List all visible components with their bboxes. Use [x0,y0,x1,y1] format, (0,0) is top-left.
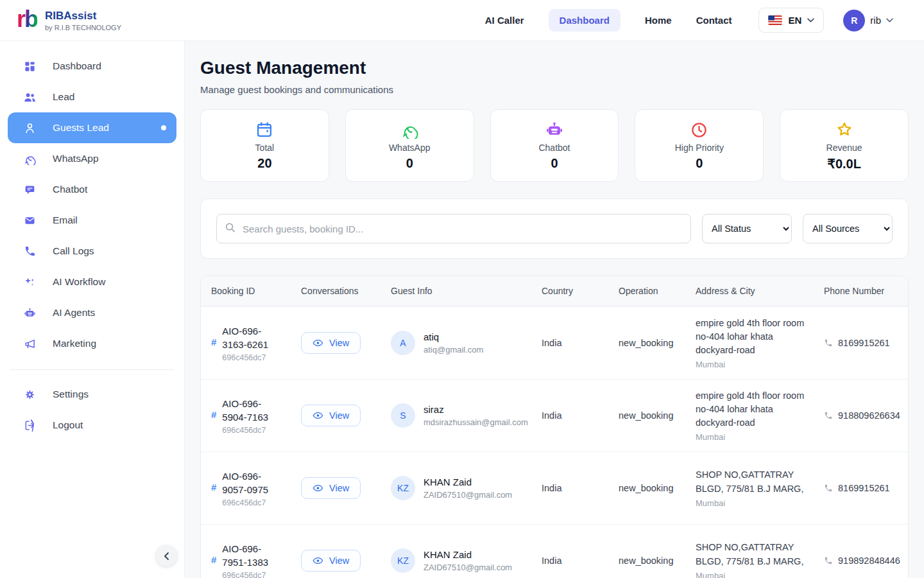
sidebar-item-label: WhatsApp [53,153,99,164]
eye-icon [312,484,323,493]
guest-name: KHAN Zaid [424,549,512,560]
guest-name: atiq [424,331,483,342]
sidebar-item-ai-workflow[interactable]: AI Workflow [0,267,184,297]
sidebar-divider [10,369,174,370]
guest-city: Mumbai [696,498,809,508]
sidebar-item-label: Logout [53,419,83,431]
hash-icon: # [211,469,216,493]
chevron-down-icon [886,18,893,22]
guest-email: ZAID67510@gmail.com [424,490,512,500]
guest-city: Mumbai [696,360,809,369]
guest-name: siraz [424,404,528,415]
guest-phone: 919892848446 [838,556,900,566]
eye-icon [312,556,323,565]
stat-card-total: Total 20 [200,109,329,182]
sidebar-item-guests-lead[interactable]: Guests Lead [8,112,176,143]
sidebar-item-ai-agents[interactable]: AI Agents [0,297,184,328]
source-filter-select[interactable]: All Sources [803,214,893,243]
sparkles-icon [24,276,36,288]
sidebar-item-label: AI Workflow [53,276,105,288]
guest-address: SHOP NO,GATTATRAY BLGD, 775/81 B.J MARG, [696,468,809,495]
view-button[interactable]: View [301,332,361,354]
logout-icon [24,419,36,432]
table-row: # AIO-696-3163-6261 696c456dc7 View A [201,306,908,379]
status-filter-select[interactable]: All Status [702,214,792,243]
chat-icon [24,184,36,196]
brand-tagline: by R.I.B TECHNOLOGY [45,24,121,31]
guest-avatar: KZ [391,548,415,573]
column-header: Address & City [685,276,814,306]
sidebar-item-lead[interactable]: Lead [0,82,184,112]
sidebar-item-label: Email [53,215,78,226]
column-header: Phone Number [814,276,909,306]
sidebar-item-email[interactable]: Email [0,205,184,236]
sidebar-item-label: Dashboard [53,60,101,72]
language-selector[interactable]: EN [758,8,824,33]
column-header: Booking ID [201,276,291,306]
stat-value: 0 [696,156,703,171]
hash-icon: # [211,324,216,347]
chevron-left-icon [164,552,169,560]
sidebar-item-label: Settings [53,389,89,400]
stat-card-whatsapp: WhatsApp 0 [345,109,474,182]
page-subtitle: Manage guest bookings and communications [200,84,909,95]
table-row: # AIO-696-5904-7163 696c456dc7 View S [201,379,908,451]
booking-id: AIO-696-5904-7163 [222,397,276,424]
eye-icon [312,411,323,420]
stat-card-high-priority: High Priority 0 [635,109,764,182]
guest-name: KHAN Zaid [424,477,512,487]
stat-value: 0 [551,156,558,171]
stat-label: Total [255,143,275,153]
nav-home[interactable]: Home [645,15,672,26]
table-header-row: Booking ID Conversations Guest Info Coun… [201,276,908,306]
megaphone-icon [24,338,36,350]
brand: rb RIBAssist by R.I.B TECHNOLOGY [17,8,121,33]
booking-ref: 696c456dc7 [222,426,276,435]
phone-icon [824,484,833,493]
phone-icon [24,245,36,258]
column-header: Operation [608,276,685,306]
booking-ref: 696c456dc7 [222,353,276,362]
main-content: Guest Management Manage guest bookings a… [185,41,924,578]
sidebar-item-settings[interactable]: Settings [0,379,184,410]
booking-id: AIO-696-3163-6261 [222,324,276,351]
sidebar-item-dashboard[interactable]: Dashboard [0,51,184,82]
guest-email: atiq@gmail.com [424,345,483,355]
guest-address: SHOP NO,GATTATRAY BLGD, 775/81 B.J MARG, [696,541,809,568]
nav-contact[interactable]: Contact [696,15,732,26]
booking-ref: 696c456dc7 [222,498,276,507]
page-title: Guest Management [200,58,909,78]
nav-dashboard[interactable]: Dashboard [549,9,620,31]
us-flag-icon [768,15,782,25]
sidebar-item-whatsapp[interactable]: WhatsApp [0,143,184,174]
stat-label: High Priority [675,143,724,153]
guest-email: ZAID67510@gmail.com [424,563,512,572]
view-button[interactable]: View [301,405,361,426]
robot-icon [24,307,36,319]
search-input[interactable] [216,214,691,243]
guest-country: India [531,329,608,357]
guest-address: empire gold 4th floor room no-404 lohar … [696,317,809,357]
sidebar-item-label: Call Logs [53,245,94,257]
view-button[interactable]: View [301,477,361,499]
brand-name: RIBAssist [45,10,121,22]
clock-icon [690,120,708,139]
guest-address: empire gold 4th floor room no-404 lohar … [696,389,809,430]
sidebar-item-label: AI Agents [53,307,95,319]
sidebar-item-logout[interactable]: Logout [0,410,184,441]
guest-city: Mumbai [696,571,809,578]
guest-phone: 918809626634 [838,410,900,421]
stat-label: WhatsApp [389,143,431,153]
sidebar-item-marketing[interactable]: Marketing [0,328,184,359]
sidebar-item-call-logs[interactable]: Call Logs [0,236,184,267]
nav-ai-caller[interactable]: AI Caller [485,15,524,26]
guest-email: mdsirazhussain@gmail.com [424,417,528,427]
sidebar-item-label: Marketing [53,338,96,349]
user-menu[interactable]: R rib [843,10,893,31]
sidebar-item-chatbot[interactable]: Chatbot [0,174,184,205]
language-code: EN [788,15,801,26]
view-button[interactable]: View [301,550,361,572]
sidebar-collapse-button[interactable] [156,545,177,566]
stat-card-chatbot: Chatbot 0 [490,109,619,182]
whatsapp-icon [401,120,418,139]
